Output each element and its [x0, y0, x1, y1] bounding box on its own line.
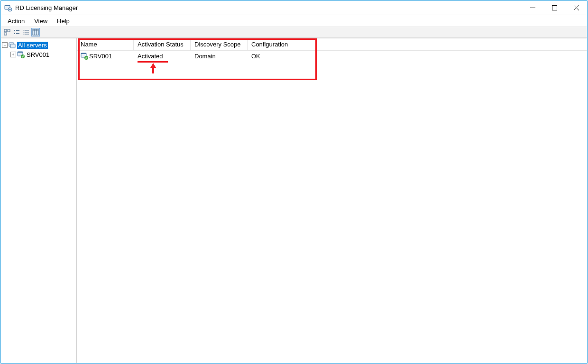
svg-rect-26 — [10, 44, 15, 48]
column-header-name[interactable]: Name — [77, 39, 134, 50]
column-header-activation[interactable]: Activation Status — [134, 39, 191, 50]
list-header: Name Activation Status Discovery Scope C… — [77, 38, 587, 51]
svg-rect-28 — [18, 52, 23, 53]
minimize-button[interactable] — [522, 1, 543, 15]
toolbar-view-list[interactable] — [22, 28, 30, 36]
svg-rect-8 — [4, 29, 7, 32]
close-button[interactable] — [565, 1, 587, 15]
svg-rect-31 — [81, 53, 86, 54]
toolbar-view-large-icons[interactable] — [3, 28, 11, 36]
svg-point-19 — [24, 34, 25, 35]
svg-rect-5 — [552, 6, 557, 10]
cell-name: SRV001 — [77, 50, 134, 62]
svg-rect-13 — [14, 33, 15, 34]
server-ok-icon — [17, 51, 25, 58]
window-controls — [522, 1, 587, 15]
maximize-button[interactable] — [543, 1, 565, 15]
servers-group-icon — [9, 41, 16, 49]
tree-node-label: All servers — [17, 42, 48, 49]
cell-config: OK — [248, 51, 304, 62]
svg-point-3 — [9, 9, 11, 10]
annotation-arrow-up-icon — [150, 63, 156, 73]
cell-name-text: SRV001 — [89, 53, 112, 60]
menu-help[interactable]: Help — [53, 17, 74, 26]
toolbar — [1, 27, 587, 38]
svg-rect-9 — [8, 29, 10, 32]
titlebar: RD Licensing Manager — [1, 1, 587, 15]
expand-icon[interactable]: + — [10, 52, 16, 57]
column-header-discovery[interactable]: Discovery Scope — [191, 39, 248, 50]
cell-activation: Activated — [134, 51, 191, 62]
svg-point-15 — [24, 30, 25, 31]
column-header-config[interactable]: Configuration — [248, 39, 304, 50]
menu-action[interactable]: Action — [4, 17, 28, 26]
server-ok-icon — [81, 52, 88, 60]
svg-rect-11 — [14, 30, 15, 31]
toolbar-view-details[interactable] — [31, 28, 40, 36]
tree-node-all-servers[interactable]: − All servers — [2, 40, 75, 50]
collapse-icon[interactable]: − — [2, 42, 8, 48]
svg-point-17 — [24, 32, 25, 33]
menubar: Action View Help — [1, 15, 587, 27]
tree-node-server[interactable]: + SRV001 — [2, 50, 75, 59]
svg-rect-10 — [4, 33, 7, 35]
menu-view[interactable]: View — [30, 17, 51, 26]
app-window: RD Licensing Manager Action View Help — [0, 0, 588, 364]
app-icon — [4, 4, 12, 12]
tree-pane: − All servers + — [1, 38, 77, 363]
list-row[interactable]: SRV001 Activated Domain OK — [77, 51, 587, 61]
content-area: − All servers + — [1, 38, 587, 363]
svg-rect-21 — [33, 29, 38, 35]
toolbar-view-small-icons[interactable] — [12, 28, 21, 36]
svg-rect-1 — [5, 5, 10, 6]
tree-node-label: SRV001 — [26, 51, 50, 58]
cell-discovery: Domain — [191, 51, 248, 62]
details-pane: Name Activation Status Discovery Scope C… — [77, 38, 587, 363]
window-title: RD Licensing Manager — [15, 4, 522, 11]
